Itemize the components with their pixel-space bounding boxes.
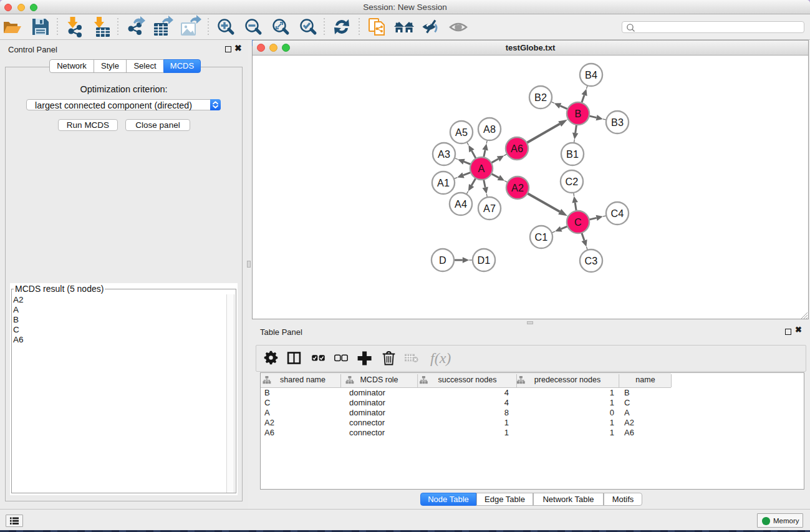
svg-text:B2: B2: [534, 92, 547, 103]
svg-text:C: C: [574, 216, 582, 228]
svg-text:A3: A3: [438, 148, 450, 160]
svg-text:A4: A4: [455, 198, 467, 210]
svg-text:f(x): f(x): [430, 350, 451, 366]
svg-text:C2: C2: [565, 176, 578, 187]
svg-text:A2: A2: [511, 182, 524, 193]
svg-text:B4: B4: [585, 69, 597, 80]
svg-text:D1: D1: [477, 254, 490, 266]
svg-text:B3: B3: [611, 117, 624, 128]
svg-text:A1: A1: [437, 177, 450, 188]
svg-text:A7: A7: [483, 203, 496, 214]
svg-text:A6: A6: [511, 143, 523, 154]
svg-text:B: B: [575, 108, 582, 119]
svg-text:C3: C3: [584, 255, 597, 266]
svg-text:C1: C1: [534, 231, 547, 243]
svg-text:B1: B1: [566, 148, 579, 160]
svg-text:A8: A8: [483, 123, 496, 135]
svg-text:A: A: [478, 163, 485, 174]
svg-text:C4: C4: [610, 208, 624, 219]
svg-text:A5: A5: [455, 127, 468, 138]
svg-text:D: D: [439, 254, 446, 266]
